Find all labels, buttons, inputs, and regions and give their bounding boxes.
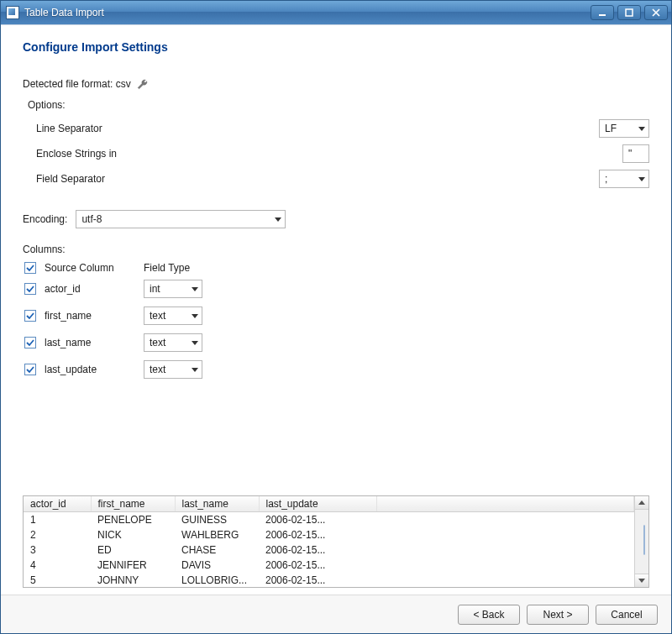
preview-cell: DAVIS	[175, 558, 259, 573]
columns-select-all-checkbox[interactable]	[24, 262, 36, 274]
preview-cell-filler	[376, 527, 634, 542]
preview-cell-filler	[376, 512, 634, 528]
field-separator-select[interactable]: ;	[599, 170, 649, 188]
preview-cell-filler	[376, 573, 634, 587]
window-title: Table Data Import	[24, 7, 591, 18]
page-title: Configure Import Settings	[23, 40, 649, 54]
column-type-select[interactable]: int	[144, 280, 202, 298]
maximize-icon	[625, 8, 633, 17]
column-row: actor_idint	[23, 275, 649, 302]
preview-row[interactable]: 5JOHNNYLOLLOBRIG...2006-02-15...	[24, 573, 634, 587]
detected-format-row: Detected file format: csv	[23, 77, 649, 91]
preview-header-cell[interactable]: last_name	[175, 496, 259, 512]
maximize-button[interactable]	[617, 5, 641, 20]
columns-group: Columns: Source Column Field Type actor_…	[23, 240, 649, 383]
preview-cell: GUINESS	[175, 512, 259, 528]
columns-header-type: Field Type	[144, 262, 211, 274]
client-area: Configure Import Settings Detected file …	[1, 24, 671, 633]
encoding-row: Encoding: utf-8	[23, 210, 649, 228]
titlebar[interactable]: Table Data Import	[1, 1, 671, 24]
line-separator-row: Line Separator LF	[23, 116, 649, 141]
options-group: Options: Line Separator LF Enclose Strin…	[23, 96, 649, 191]
columns-group-label: Columns:	[23, 244, 649, 255]
encoding-select[interactable]: utf-8	[76, 210, 286, 228]
preview-header-filler	[376, 496, 634, 512]
field-separator-row: Field Separator ;	[23, 166, 649, 191]
preview-table: actor_idfirst_namelast_namelast_update 1…	[24, 496, 634, 587]
wizard-footer: < Back Next > Cancel	[1, 595, 671, 633]
configure-format-button[interactable]	[136, 77, 150, 91]
column-type-value: int	[150, 283, 160, 295]
column-include-checkbox[interactable]	[24, 364, 36, 375]
close-button[interactable]	[644, 5, 668, 20]
column-row: last_nametext	[23, 329, 649, 356]
preview-cell: 2	[24, 527, 91, 542]
preview-cell: 5	[24, 573, 91, 587]
encoding-value: utf-8	[81, 213, 102, 225]
chevron-down-icon	[192, 341, 198, 345]
preview-cell: LOLLOBRIG...	[175, 573, 259, 587]
column-source-name: last_update	[45, 364, 137, 375]
preview-cell-filler	[376, 542, 634, 558]
cancel-button[interactable]: Cancel	[596, 605, 658, 625]
preview-cell: 1	[24, 512, 91, 528]
column-include-checkbox[interactable]	[24, 283, 36, 295]
preview-cell: 3	[24, 542, 91, 558]
preview-cell-filler	[376, 558, 634, 573]
columns-rows-container: actor_idintfirst_nametextlast_nametextla…	[23, 275, 649, 383]
svg-rect-1	[626, 9, 633, 16]
preview-header-cell[interactable]: actor_id	[24, 496, 91, 512]
check-icon	[26, 285, 34, 293]
column-include-checkbox[interactable]	[24, 337, 36, 348]
column-type-select[interactable]: text	[144, 360, 202, 379]
preview-row[interactable]: 3EDCHASE2006-02-15...	[24, 542, 634, 558]
chevron-down-icon	[275, 217, 281, 222]
scroll-down-button[interactable]	[635, 574, 648, 587]
options-group-label: Options:	[28, 99, 649, 111]
enclose-strings-row: Enclose Strings in "	[23, 141, 649, 166]
check-icon	[26, 365, 34, 374]
chevron-down-icon	[638, 127, 645, 131]
line-separator-label: Line Separator	[36, 123, 599, 134]
preview-row[interactable]: 1PENELOPEGUINESS2006-02-15...	[24, 512, 634, 528]
preview-cell: CHASE	[175, 542, 259, 558]
scroll-up-button[interactable]	[635, 496, 648, 510]
minimize-button[interactable]	[591, 5, 614, 20]
column-type-value: text	[150, 364, 165, 375]
preview-header-cell[interactable]: last_update	[259, 496, 376, 512]
line-separator-select[interactable]: LF	[599, 119, 649, 138]
preview-cell: 4	[24, 558, 91, 573]
next-button[interactable]: Next >	[527, 605, 589, 625]
preview-row[interactable]: 4JENNIFERDAVIS2006-02-15...	[24, 558, 634, 573]
content-panel: Configure Import Settings Detected file …	[1, 25, 671, 595]
column-row: last_updatetext	[23, 356, 649, 383]
preview-header-cell[interactable]: first_name	[91, 496, 175, 512]
enclose-strings-input[interactable]: "	[622, 144, 649, 163]
preview-cell: 2006-02-15...	[259, 573, 376, 587]
preview-vertical-scrollbar[interactable]	[634, 496, 648, 587]
preview-cell: ED	[91, 542, 175, 558]
column-source-name: last_name	[45, 337, 137, 348]
preview-row[interactable]: 2NICKWAHLBERG2006-02-15...	[24, 527, 634, 542]
column-include-checkbox[interactable]	[24, 310, 36, 322]
preview-header-row: actor_idfirst_namelast_namelast_update	[24, 496, 634, 512]
enclose-strings-value: "	[628, 148, 632, 160]
preview-table-wrap: actor_idfirst_namelast_namelast_update 1…	[23, 495, 649, 588]
column-source-name: first_name	[45, 310, 137, 322]
enclose-strings-label: Enclose Strings in	[36, 148, 622, 160]
column-source-name: actor_id	[45, 283, 137, 295]
app-icon	[6, 6, 19, 19]
back-button[interactable]: < Back	[458, 605, 520, 625]
column-type-select[interactable]: text	[144, 333, 202, 352]
preview-cell: JENNIFER	[91, 558, 175, 573]
triangle-up-icon	[638, 500, 645, 505]
column-type-select[interactable]: text	[144, 307, 202, 325]
scroll-thumb[interactable]	[643, 525, 645, 555]
field-separator-value: ;	[605, 173, 607, 185]
check-icon	[26, 264, 34, 272]
preview-table-scroll[interactable]: actor_idfirst_namelast_namelast_update 1…	[24, 496, 634, 587]
check-icon	[26, 312, 34, 320]
preview-cell: WAHLBERG	[175, 527, 259, 542]
preview-cell: NICK	[91, 527, 175, 542]
preview-body: 1PENELOPEGUINESS2006-02-15...2NICKWAHLBE…	[24, 512, 634, 588]
